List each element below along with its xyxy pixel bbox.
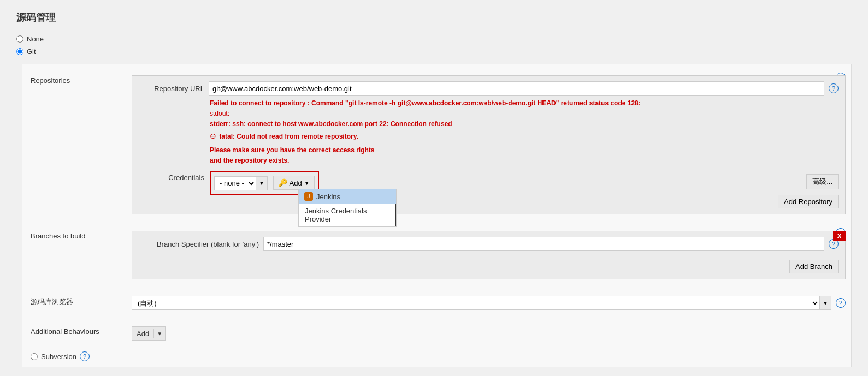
repo-box: Repository URL git@www.abcdocker.com:web… — [132, 75, 846, 214]
radio-subversion-input[interactable] — [31, 353, 38, 360]
branches-content: ? X Branch Specifier (blank for 'any') ?… — [132, 225, 851, 285]
repo-action-buttons: 高级... Add Repository — [778, 171, 839, 208]
radio-git[interactable]: Git — [16, 47, 852, 56]
credentials-dropdown-box: - none - ▼ 🔑 Add ▼ — [210, 171, 319, 195]
advanced-button[interactable]: 高级... — [806, 174, 839, 189]
url-help-icon[interactable]: ? — [829, 83, 839, 93]
radio-git-label: Git — [27, 47, 36, 56]
subversion-section: Subversion ? — [22, 351, 851, 361]
browser-select[interactable]: (自动) — [132, 296, 819, 310]
additional-label: Additional Behaviours — [22, 321, 132, 342]
radio-none-label: None — [27, 35, 44, 43]
browser-help-icon[interactable]: ? — [836, 298, 846, 308]
radio-none-input[interactable] — [16, 35, 23, 43]
branches-label: Branches to build — [22, 225, 132, 247]
credentials-label: Credentials — [139, 171, 204, 182]
radio-git-input[interactable] — [16, 48, 23, 55]
page-title: 源码管理 — [16, 11, 852, 24]
add-repository-button[interactable]: Add Repository — [778, 195, 839, 208]
browser-dropdown-arrow[interactable]: ▼ — [819, 296, 831, 310]
add-dropdown-chevron: ▼ — [304, 180, 310, 186]
jenkins-icon: J — [304, 192, 313, 201]
credentials-input-wrapper: - none - ▼ 🔑 Add ▼ — [210, 171, 319, 195]
additional-dropdown-arrow: ▼ — [153, 329, 165, 338]
error-stop-icon: ⊖ — [210, 132, 216, 140]
browser-label: 源码库浏览器 — [22, 290, 132, 313]
credentials-dropdown-menu: J Jenkins Jenkins Credentials Provider — [298, 189, 397, 227]
repositories-content: ? Repository URL git@www.abcdocker.com:w… — [132, 70, 851, 220]
browser-section: 源码库浏览器 (自动) ▼ ? — [22, 290, 851, 315]
error-line5: Please make sure you have the correct ac… — [210, 145, 839, 156]
error-line1: Failed to connect to repository : Comman… — [210, 98, 839, 109]
add-credentials-button[interactable]: 🔑 Add ▼ — [273, 176, 315, 190]
branch-specifier-row: Branch Specifier (blank for 'any') ? — [139, 237, 839, 251]
error-line3: stderr: ssh: connect to host www.abcdock… — [210, 119, 839, 129]
error-line2: stdout: — [210, 109, 839, 119]
repositories-section: Repositories ? Repository URL git@www.ab… — [22, 70, 851, 220]
radio-none[interactable]: None — [16, 35, 852, 43]
radio-subversion-label: Subversion — [41, 353, 76, 361]
url-row: Repository URL git@www.abcdocker.com:web… — [139, 81, 839, 96]
url-input[interactable]: git@www.abcdocker.com:web/web-demo.git — [209, 81, 824, 96]
additional-content: Add ▼ — [132, 321, 851, 346]
branches-section: Branches to build ? X Branch Specifier (… — [22, 225, 851, 285]
remove-branch-button[interactable]: X — [833, 231, 846, 241]
jenkins-dropdown-item[interactable]: J Jenkins — [299, 189, 396, 204]
jenkins-credentials-provider-item[interactable]: Jenkins Credentials Provider — [299, 204, 396, 226]
add-branch-row: Add Branch — [139, 255, 839, 273]
url-label: Repository URL — [139, 85, 204, 93]
branch-specifier-input[interactable] — [263, 237, 824, 251]
credentials-section: Credentials - none - ▼ — [139, 171, 839, 208]
credentials-select-group: - none - ▼ — [214, 176, 268, 190]
branches-box: X Branch Specifier (blank for 'any') ? A… — [132, 231, 846, 279]
error-section: Failed to connect to repository : Comman… — [210, 98, 839, 166]
additional-section: Additional Behaviours Add ▼ — [22, 321, 851, 346]
credentials-dropdown-arrow[interactable]: ▼ — [256, 176, 268, 190]
add-branch-button[interactable]: Add Branch — [789, 260, 839, 273]
page-container: 源码管理 None Git Repositories ? Repo — [0, 0, 868, 376]
browser-content: (自动) ▼ ? — [132, 290, 851, 315]
subversion-help-icon[interactable]: ? — [80, 351, 90, 361]
repositories-label: Repositories — [22, 70, 132, 91]
error-line4: ⊖ fatal: Could not read from remote repo… — [210, 130, 839, 142]
key-icon: 🔑 — [278, 178, 287, 187]
error-line6: and the repository exists. — [210, 156, 839, 166]
credentials-select[interactable]: - none - — [214, 176, 256, 190]
scm-radio-group: None Git — [16, 35, 852, 56]
branch-specifier-label: Branch Specifier (blank for 'any') — [139, 240, 259, 248]
additional-add-button[interactable]: Add ▼ — [132, 326, 166, 341]
